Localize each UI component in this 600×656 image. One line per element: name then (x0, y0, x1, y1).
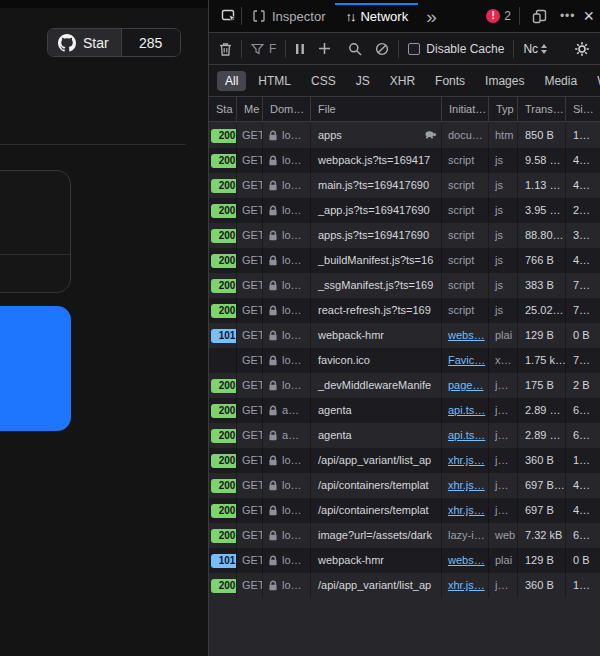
column-header[interactable]: Typ (489, 97, 518, 121)
table-row[interactable]: 200 GET lo… _buildManifest.js?ts=16 scri… (209, 248, 600, 273)
pick-element-button[interactable] (217, 4, 241, 28)
lock-icon (268, 305, 278, 316)
filter-button-fonts[interactable]: Fonts (427, 71, 473, 91)
filter-button-html[interactable]: HTML (250, 71, 299, 91)
table-row[interactable]: 200 GET lo… image?url=/assets/dark lazy-… (209, 523, 600, 548)
filter-button-images[interactable]: Images (477, 71, 532, 91)
table-row[interactable]: GET lo… favicon.ico Favic… x… 1.75 k… 7… (209, 348, 600, 373)
table-row[interactable]: 200 GET lo… main.js?ts=169417690 script … (209, 173, 600, 198)
tab-inspector[interactable]: Inspector (242, 0, 335, 32)
initiator-cell: script (442, 173, 489, 198)
column-header[interactable]: Sta (209, 97, 237, 121)
file-text: /api/containers/templat (318, 479, 429, 491)
lock-icon (268, 555, 278, 566)
table-row[interactable]: 200 GET lo… /api/containers/templat xhr.… (209, 473, 600, 498)
size-cell: 7… (566, 298, 600, 323)
domain-text: lo… (282, 573, 302, 598)
close-icon[interactable]: × (583, 7, 594, 25)
clear-requests-button[interactable] (219, 42, 232, 56)
page-card-divider (0, 254, 70, 255)
block-request-button[interactable] (375, 42, 389, 56)
table-row[interactable]: 200 GET lo… apps.js?ts=169417690 script … (209, 223, 600, 248)
column-header[interactable]: Si… (566, 97, 600, 121)
transferred-cell: 360 B (518, 573, 566, 598)
filter-urls-input[interactable]: F (251, 42, 276, 56)
responsive-design-mode-button[interactable] (528, 4, 552, 28)
table-row[interactable]: 200 GET lo… /api/app_variant/list_ap xhr… (209, 448, 600, 473)
domain-text: lo… (282, 298, 302, 323)
table-row[interactable]: 200 GET lo… _ssgManifest.js?ts=169 scrip… (209, 273, 600, 298)
blue-card[interactable] (0, 306, 71, 431)
lock-icon (268, 505, 278, 516)
network-toolbar: F Disable Cache Nc (209, 33, 600, 65)
network-settings-gear-button[interactable] (574, 41, 590, 57)
github-star-button[interactable]: Star 285 (47, 28, 181, 57)
tab-inspector-label: Inspector (272, 9, 325, 24)
size-cell: 6… (566, 523, 600, 548)
initiator-link[interactable]: xhr.js… (448, 479, 485, 491)
filter-button-all[interactable]: All (217, 71, 246, 91)
table-row[interactable]: 101 GET lo… webpack-hmr webs… plai 129 B… (209, 323, 600, 348)
column-header[interactable]: Dom… (263, 97, 311, 121)
column-header[interactable]: Initiat… (442, 97, 489, 121)
domain-text: a… (282, 423, 299, 448)
table-row[interactable]: 200 GET lo… /api/containers/templat xhr.… (209, 498, 600, 523)
filter-button-js[interactable]: JS (348, 71, 378, 91)
initiator-link[interactable]: page… (448, 379, 483, 391)
meatball-menu-icon[interactable]: ••• (560, 9, 576, 23)
filter-button-css[interactable]: CSS (303, 71, 344, 91)
add-request-button[interactable] (318, 42, 331, 55)
initiator-link[interactable]: Favic… (448, 354, 485, 366)
transferred-cell: 383 B (518, 273, 566, 298)
method-cell: GET (237, 448, 263, 473)
filter-button-xhr[interactable]: XHR (382, 71, 423, 91)
table-row[interactable]: 200 GET a… agenta api.ts… j… 2.89 … 6… (209, 398, 600, 423)
error-count: 2 (504, 9, 511, 23)
status-cell: 200 (209, 573, 237, 598)
table-row[interactable]: 200 GET lo… apps docu… htm 850 B 1… (209, 123, 600, 148)
type-cell: js (489, 173, 518, 198)
initiator-link[interactable]: xhr.js… (448, 454, 485, 466)
filter-button-media[interactable]: Media (536, 71, 585, 91)
initiator-link[interactable]: xhr.js… (448, 579, 485, 591)
table-row[interactable]: 200 GET lo… /api/app_variant/list_ap xhr… (209, 573, 600, 598)
initiator-cell: script (442, 223, 489, 248)
file-text: _app.js?ts=169417690 (318, 204, 430, 216)
initiator-link[interactable]: xhr.js… (448, 504, 485, 516)
domain-cell: lo… (263, 473, 311, 498)
table-row[interactable]: 200 GET lo… react-refresh.js?ts=169 scri… (209, 298, 600, 323)
file-text: /api/app_variant/list_ap (318, 579, 431, 591)
table-row[interactable]: 200 GET lo… webpack.js?ts=169417 script … (209, 148, 600, 173)
column-header[interactable]: Me (237, 97, 263, 121)
tab-network[interactable]: ↑↓ Network (335, 0, 418, 32)
search-button[interactable] (348, 42, 362, 56)
filter-button-ws[interactable]: WS (589, 71, 600, 91)
file-text: main.js?ts=169417690 (318, 179, 429, 191)
domain-text: lo… (282, 323, 302, 348)
initiator-cell: Favic… (442, 348, 489, 373)
table-row[interactable]: 200 GET lo… _devMiddlewareManife page… j… (209, 373, 600, 398)
size-cell: 7… (566, 348, 600, 373)
tab-overflow-chevron-icon[interactable]: » (418, 7, 445, 26)
file-text: /api/containers/templat (318, 504, 429, 516)
initiator-cell: script (442, 148, 489, 173)
column-header[interactable]: Trans… (518, 97, 566, 121)
column-header[interactable]: File (311, 97, 442, 121)
initiator-link[interactable]: webs… (448, 329, 485, 341)
initiator-link[interactable]: api.ts… (448, 429, 485, 441)
method-cell: GET (237, 473, 263, 498)
throttling-select[interactable]: Nc (523, 42, 547, 56)
separator (241, 40, 242, 58)
table-row[interactable]: 101 GET lo… webpack-hmr webs… plai 129 B… (209, 548, 600, 573)
initiator-link[interactable]: api.ts… (448, 404, 485, 416)
error-count-badge[interactable]: ! 2 (486, 9, 511, 23)
table-row[interactable]: 200 GET a… agenta api.ts… j… 2.89 … 6… (209, 423, 600, 448)
status-cell: 200 (209, 223, 237, 248)
tab-network-label: Network (360, 9, 408, 24)
initiator-link[interactable]: webs… (448, 554, 485, 566)
table-row[interactable]: 200 GET lo… _app.js?ts=169417690 script … (209, 198, 600, 223)
pause-traffic-button[interactable] (295, 43, 305, 55)
file-cell: _devMiddlewareManife (311, 373, 442, 398)
disable-cache-checkbox[interactable]: Disable Cache (408, 42, 504, 56)
transferred-cell: 360 B (518, 448, 566, 473)
